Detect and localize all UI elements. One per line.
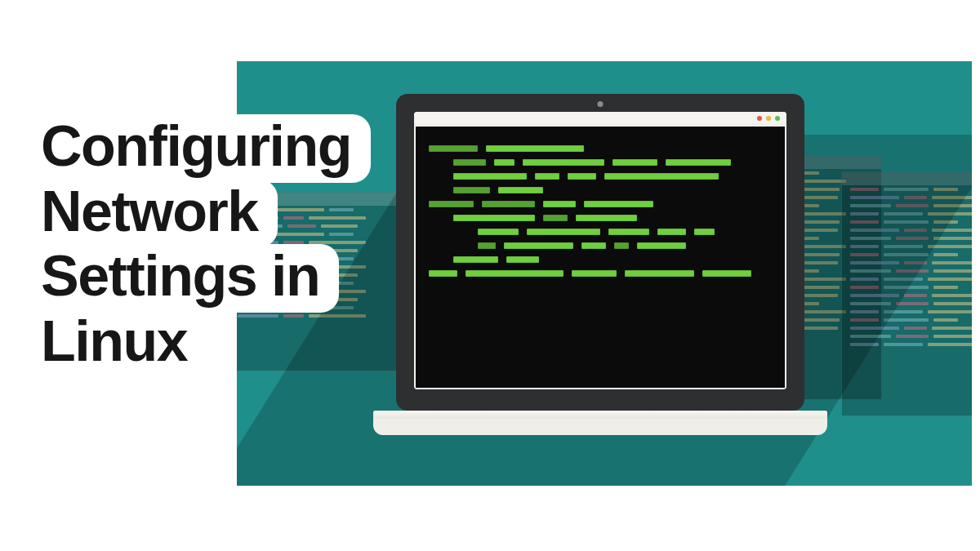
code-line [429, 256, 772, 263]
code-segment [429, 201, 474, 207]
bg-code-segment [932, 327, 972, 330]
code-segment [535, 173, 559, 180]
code-segment [523, 159, 604, 166]
code-line [429, 201, 772, 207]
code-line [429, 159, 772, 166]
code-segment [527, 229, 600, 235]
bg-code-segment [904, 327, 927, 330]
code-segment [694, 229, 715, 235]
webcam-icon [598, 101, 604, 107]
code-segment [568, 173, 596, 180]
bg-code-segment [933, 318, 958, 322]
bg-code-segment [933, 253, 958, 256]
code-segment [494, 159, 514, 166]
code-segment [429, 270, 457, 277]
code-segment [614, 242, 629, 249]
bg-code-segment [896, 335, 929, 338]
code-line [429, 229, 772, 235]
code-segment [453, 187, 490, 193]
bg-code-segment [928, 310, 972, 313]
code-segment [581, 242, 606, 249]
code-segment [486, 145, 584, 152]
code-segment [637, 242, 686, 249]
laptop-illustration [396, 94, 804, 435]
code-segment [657, 229, 686, 235]
code-segment [466, 270, 564, 277]
code-segment [478, 242, 496, 249]
hero-banner: Configuring Network Settings in Linux [0, 0, 980, 551]
code-line [429, 270, 772, 277]
bg-code-segment [928, 343, 972, 346]
bg-code-segment [933, 269, 972, 273]
code-segment [625, 270, 694, 277]
hero-title: Configuring Network Settings in Linux [33, 114, 371, 374]
code-segment [612, 159, 657, 166]
code-line [429, 187, 772, 193]
code-line [429, 173, 772, 180]
bg-code-segment [933, 286, 958, 289]
bg-code-segment [884, 318, 929, 322]
code-segment [604, 173, 719, 180]
code-segment [543, 201, 576, 207]
traffic-light-minimize-icon [766, 116, 771, 121]
traffic-light-close-icon [757, 116, 762, 121]
bg-code-segment [933, 302, 972, 305]
title-line-4: Linux [33, 309, 207, 378]
code-segment [453, 173, 527, 180]
code-segment [584, 201, 653, 207]
bg-code-segment [932, 294, 972, 297]
title-line-2: Network [33, 180, 278, 248]
traffic-light-zoom-icon [775, 116, 780, 121]
bg-code-segment [904, 294, 927, 297]
bg-code-segment [928, 278, 972, 281]
title-line-1: Configuring [33, 114, 371, 183]
code-segment [429, 145, 478, 152]
terminal-window [416, 127, 785, 388]
window-titlebar [414, 112, 786, 125]
code-segment [543, 215, 568, 221]
code-segment [453, 215, 535, 221]
code-line [429, 145, 772, 152]
code-segment [478, 229, 519, 235]
laptop-base [373, 411, 827, 435]
bg-code-segment [932, 261, 972, 264]
code-line [429, 242, 772, 249]
laptop-bezel [396, 94, 804, 411]
bg-code-segment [884, 343, 923, 346]
code-segment [608, 229, 649, 235]
code-segment [453, 159, 486, 166]
code-segment [504, 242, 573, 249]
code-segment [572, 270, 617, 277]
code-segment [576, 215, 637, 221]
bg-code-segment [933, 335, 972, 338]
bg-code-segment [896, 302, 929, 305]
code-segment [506, 256, 539, 263]
laptop-screen [414, 112, 786, 389]
code-segment [482, 201, 535, 207]
code-line [429, 215, 772, 221]
code-segment [666, 159, 731, 166]
code-segment [453, 256, 498, 263]
code-segment [702, 270, 751, 277]
title-line-3: Settings in [33, 244, 339, 313]
code-segment [498, 187, 543, 193]
